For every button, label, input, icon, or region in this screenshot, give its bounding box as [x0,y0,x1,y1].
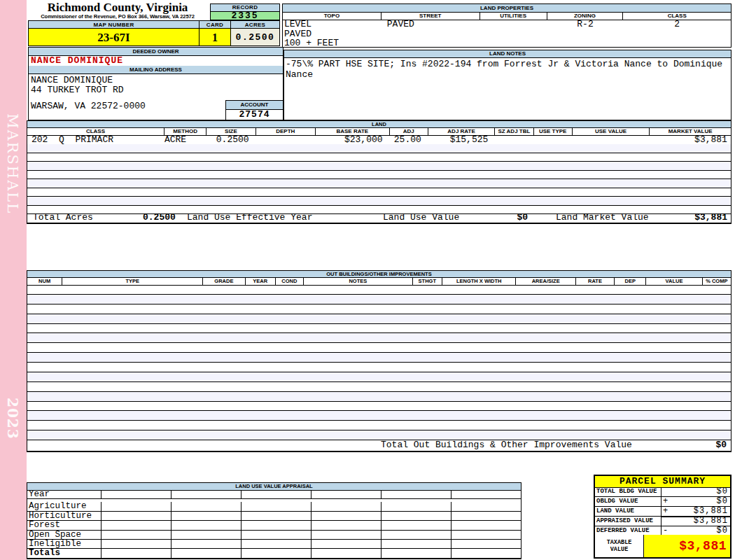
parcel-summary-row: LAND VALUE+$3,881 [595,507,730,517]
col-length-width: LENGTH X WIDTH [442,277,517,285]
col-type: TYPE [62,277,203,285]
luva-empty-cell [172,512,241,520]
luva-empty-cell [382,512,451,520]
col-grade: GRADE [203,277,245,285]
luva-empty-cell [102,512,172,520]
luva-empty-cell [312,540,382,548]
col-method: METHOD [164,127,206,135]
parcel-summary-row: OBLDG VALUE+$0 [595,497,730,507]
land-empty-row [27,188,731,197]
map-number-value: 23-67I [28,28,200,46]
col-land-class: CLASS [27,127,164,135]
luva-row: Agriculture [27,502,521,511]
parcel-row-value-cell: $3,881 [662,517,730,526]
luva-empty-cell [172,521,241,529]
parcel-row-value-cell: $0 [662,487,730,496]
taxable-value-label: TAXABLE VALUE [595,535,644,557]
luva-row-label: Forest [27,521,102,529]
out-buildings-empty-row [27,372,731,382]
parcel-row-value: $3,881 [694,517,728,526]
luva-row-label: Agriculture [27,502,102,510]
luva-row: Ineligible [27,540,521,549]
land-market-value-cell: $3,881 [650,135,731,144]
land-use-value-label: Land Use Value [383,213,459,223]
luva-empty-cell [312,502,382,510]
land-use-value-cell [573,135,650,144]
luva-empty-cell [312,512,382,520]
out-buildings-total-label: Total Out Buildings & Other Improvements… [381,439,632,451]
out-buildings-empty-row [27,392,731,402]
luva-row: Horticulture [27,512,521,521]
out-buildings-empty-row [27,411,731,421]
land-class-cell: 202 Q PRIMACR [27,135,164,144]
total-acres-value: 0.2500 [143,213,176,223]
land-properties-body: LEVEL PAVED 100 + FEET PAVED R-2 2 [283,20,731,47]
luva-empty-cell [102,540,172,548]
luva-empty-cell [382,549,451,557]
col-use-value: USE VALUE [573,127,650,135]
col-utilities: UTILITIES [480,12,547,20]
land-notes-block: LAND NOTES -75\% PART HSE SITE; Ins #202… [284,50,732,120]
col-num: NUM [27,277,62,285]
land-empty-row [27,153,731,162]
col-cond: COND [276,277,304,285]
luva-rows: YearAgricultureHorticultureForestOpen Sp… [27,490,521,559]
col-use-type: USE TYPE [534,127,573,135]
parcel-summary-row: TOTAL BLDG VALUE$0 [595,487,730,497]
luva-row: Forest [27,521,521,530]
parcel-row-label: OBLDG VALUE [595,497,662,506]
parcel-row-label: APPRAISED VALUE [595,517,662,526]
land-empty-row [27,162,731,171]
col-depth: DEPTH [256,127,316,135]
luva-empty-cell [102,549,172,557]
col-rate: RATE [576,277,615,285]
luva-empty-cell [172,540,241,548]
col-year: YEAR [246,277,276,285]
total-acres-label: Total Acres [33,213,93,223]
luva-empty-cell [241,490,312,498]
land-use-appraisal-table: LAND USE VALUE APPRAISAL YearAgriculture… [27,482,522,559]
out-buildings-empty-row [27,295,731,304]
parcel-row-label: LAND VALUE [595,507,662,516]
col-sz-adj-tbl: SZ ADJ TBL [495,127,533,135]
deeded-owner-name: NANCE DOMINIQUE [29,55,283,66]
owner-block: DEEDED OWNER NANCE DOMINIQUE MAILING ADD… [28,47,284,120]
col-size: SIZE [206,127,255,135]
land-adj-rate-cell: $15,525 [428,135,495,144]
luva-empty-cell [241,521,312,529]
luva-empty-cell [312,549,382,557]
land-notes-title: LAND NOTES [284,50,731,58]
luva-row: Open Space [27,531,521,540]
col-adj: ADJ [390,127,428,135]
luva-row-label: Totals [27,549,102,557]
luva-empty-cell [451,512,521,520]
luva-empty-cell [102,531,172,539]
col-adj-rate: ADJ RATE [428,127,495,135]
luva-empty-cell [382,490,451,498]
land-empty-rows [27,144,731,214]
spine-clerk-name: MARSHALL [4,113,21,214]
luva-empty-cell [102,521,172,529]
luva-empty-cell [451,531,521,539]
land-empty-row [27,197,731,206]
commissioner-line: Commissioner of the Revenue, PO Box 366,… [29,13,206,20]
luva-empty-cell [451,502,521,510]
land-size-cell: 0.2500 [206,135,255,144]
parcel-summary-title: PARCEL SUMMARY [595,476,730,488]
parcel-row-value-cell: +$0 [662,497,730,506]
parcel-summary: PARCEL SUMMARY TOTAL BLDG VALUE$0OBLDG V… [594,475,732,559]
spine-strip: MARSHALL 2023 [0,0,27,560]
luva-empty-cell [241,512,312,520]
col-value: VALUE [646,277,702,285]
out-buildings-total-value: $0 [715,439,727,451]
land-totals-row: Total Acres 0.2500 Land Use Effective Ye… [27,213,731,223]
land-base-rate-cell: $23,000 [316,135,390,144]
land-market-value-total: $3,881 [694,213,727,223]
luva-empty-cell [241,540,312,548]
parcel-row-label: TOTAL BLDG VALUE [595,487,662,496]
land-depth-cell [256,135,316,144]
out-buildings-empty-row [27,333,731,343]
luva-row: Year [27,490,521,499]
luva-empty-cell [382,540,451,548]
land-market-value-label: Land Market Value [556,213,649,223]
